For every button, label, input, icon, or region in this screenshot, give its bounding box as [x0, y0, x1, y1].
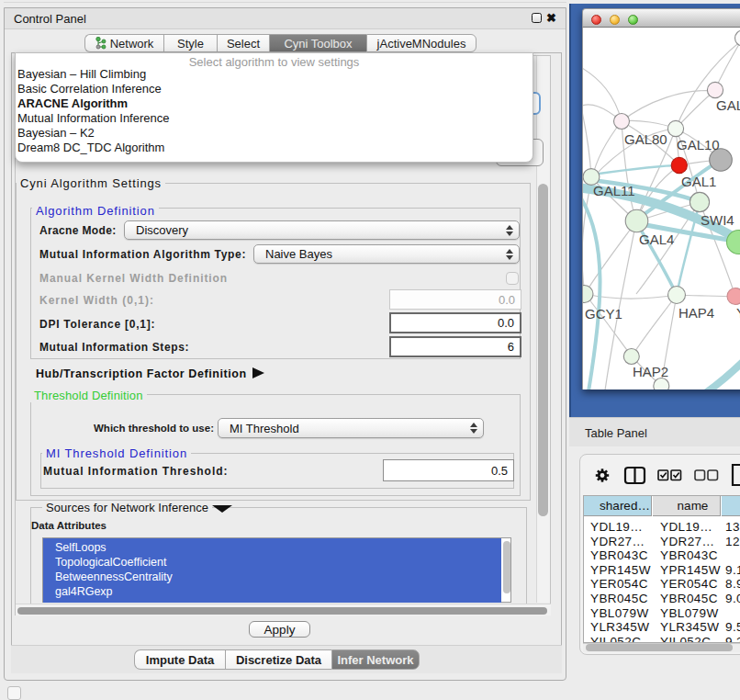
svg-text:GAL1: GAL1	[681, 174, 716, 189]
svg-text:GCY1: GCY1	[585, 306, 622, 322]
svg-text:GAL80: GAL80	[624, 131, 667, 147]
svg-text:GAL10: GAL10	[677, 137, 720, 152]
svg-text:GAL4: GAL4	[639, 231, 674, 247]
svg-text:HAP2: HAP2	[633, 364, 668, 379]
svg-text:GAL7: GAL7	[716, 97, 740, 113]
svg-text:HAP4: HAP4	[678, 305, 714, 321]
svg-text:SWI4: SWI4	[701, 212, 734, 228]
svg-text:GAL11: GAL11	[593, 183, 635, 198]
svg-text:Y: Y	[736, 305, 740, 321]
